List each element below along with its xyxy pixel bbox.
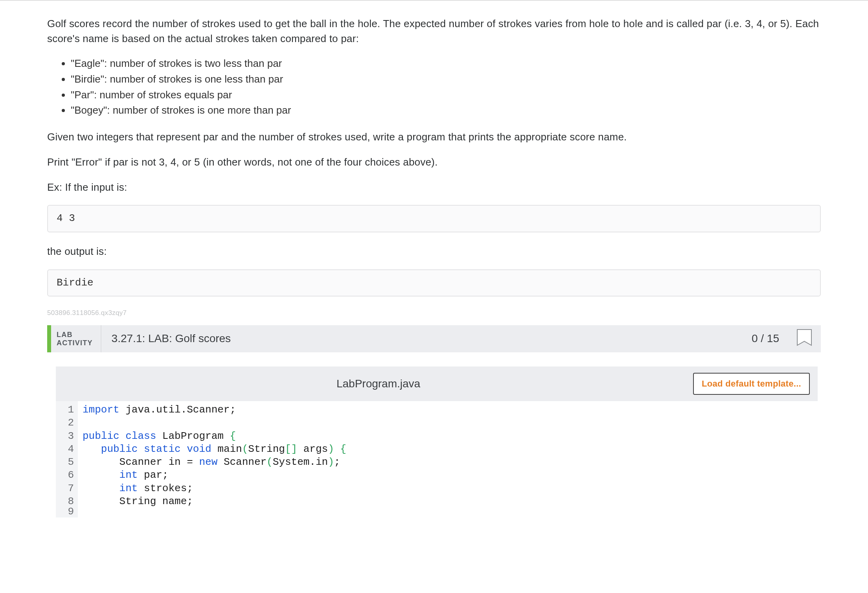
code-token: int — [83, 469, 138, 481]
code-token: void — [181, 443, 211, 455]
code-token: int — [83, 483, 138, 494]
code-token: import — [83, 404, 120, 416]
code-token: new — [193, 456, 217, 468]
code-token: ( — [267, 456, 273, 468]
code-token: ; — [334, 456, 340, 468]
lab-badge-line2: ACTIVITY — [57, 339, 93, 347]
example-input-box: 4 3 — [47, 205, 821, 232]
code-token: public — [83, 430, 120, 442]
intro-paragraph-2: Given two integers that represent par an… — [47, 130, 821, 145]
line-number: 9 — [56, 508, 74, 515]
line-number: 7 — [56, 482, 74, 495]
code-token: LabProgram — [156, 430, 230, 442]
lab-score: 0 / 15 — [743, 325, 788, 352]
line-number: 2 — [56, 416, 74, 429]
score-definitions-list: "Eagle": number of strokes is two less t… — [71, 56, 821, 118]
code-token: String — [248, 443, 285, 455]
code-token: par; — [138, 469, 168, 481]
example-output-box: Birdie — [47, 269, 821, 297]
line-number: 1 — [56, 403, 74, 416]
code-token: strokes; — [138, 483, 193, 494]
line-number: 4 — [56, 443, 74, 456]
line-number: 5 — [56, 456, 74, 469]
code-token: java.util.Scanner; — [120, 404, 236, 416]
code-token: main — [211, 443, 242, 455]
code-token: = — [187, 456, 193, 468]
code-token: System.in — [273, 456, 328, 468]
editor-header: LabProgram.java Load default template... — [56, 366, 818, 401]
code-token: ) — [328, 456, 334, 468]
load-default-template-button[interactable]: Load default template... — [693, 373, 810, 395]
line-number: 3 — [56, 430, 74, 443]
intro-paragraph-1: Golf scores record the number of strokes… — [47, 17, 821, 46]
code-token: ( — [242, 443, 248, 455]
code-token: { — [334, 443, 346, 455]
intro-paragraph-3: Print "Error" if par is not 3, 4, or 5 (… — [47, 155, 821, 170]
lab-badge-line1: LAB — [57, 331, 93, 339]
code-body[interactable]: import java.util.Scanner; public class L… — [78, 401, 818, 517]
list-item: "Par": number of strokes equals par — [71, 88, 821, 103]
code-token: { — [230, 430, 236, 442]
code-token: public — [83, 443, 138, 455]
reference-code: 503896.3118056.qx3zqy7 — [47, 308, 821, 318]
intro-paragraph-4: Ex: If the input is: — [47, 180, 821, 195]
bookmark-icon[interactable] — [788, 325, 821, 352]
code-editor: LabProgram.java Load default template...… — [56, 366, 818, 517]
list-item: "Birdie": number of strokes is one less … — [71, 72, 821, 87]
lab-activity-badge: LAB ACTIVITY — [51, 325, 101, 352]
code-area[interactable]: 1 2 3 4 5 6 7 8 9 import java.util.Scann… — [56, 401, 818, 517]
intro-paragraph-5: the output is: — [47, 244, 821, 259]
code-token: args — [297, 443, 328, 455]
code-token: String name; — [83, 495, 193, 507]
code-token: class — [120, 430, 156, 442]
line-number: 6 — [56, 469, 74, 482]
lab-activity-bar: LAB ACTIVITY 3.27.1: LAB: Golf scores 0 … — [47, 325, 821, 352]
code-token: ) — [328, 443, 334, 455]
code-token: Scanner in — [83, 456, 187, 468]
code-token: [] — [285, 443, 297, 455]
file-tab[interactable]: LabProgram.java — [64, 376, 693, 392]
list-item: "Bogey": number of strokes is one more t… — [71, 103, 821, 118]
code-token: static — [138, 443, 180, 455]
code-token: Scanner — [217, 456, 267, 468]
list-item: "Eagle": number of strokes is two less t… — [71, 56, 821, 71]
lab-accent-stripe — [47, 325, 51, 352]
line-number-gutter: 1 2 3 4 5 6 7 8 9 — [56, 401, 78, 517]
lab-title: 3.27.1: LAB: Golf scores — [101, 325, 743, 352]
